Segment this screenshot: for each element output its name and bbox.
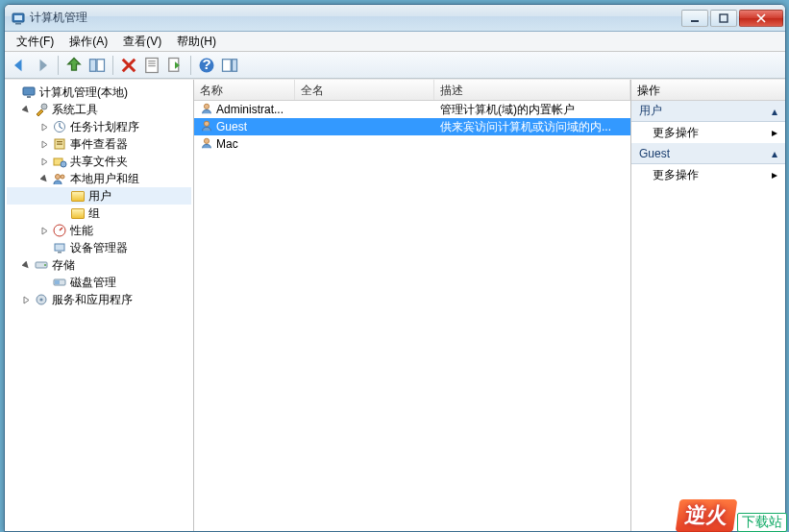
svg-point-37 <box>204 121 209 126</box>
up-button[interactable] <box>63 55 85 76</box>
actions-pane: 操作 用户▴更多操作▸Guest▴更多操作▸ <box>631 80 785 531</box>
list-row[interactable]: Administrat...管理计算机(域)的内置帐户 <box>194 101 630 118</box>
cell-description: 管理计算机(域)的内置帐户 <box>434 102 630 118</box>
show-hide-tree-button[interactable] <box>86 55 108 76</box>
tree-storage[interactable]: 存储 <box>7 256 191 274</box>
tree-label: 组 <box>88 206 100 222</box>
back-button[interactable] <box>9 55 30 76</box>
cell-name: Guest <box>194 119 295 135</box>
svg-point-25 <box>56 175 61 180</box>
main-window: 计算机管理 文件(F) 操作(A) 查看(V) 帮助(H) ? <box>4 4 786 532</box>
actions-item[interactable]: 更多操作▸ <box>631 122 785 143</box>
tree-label: 磁盘管理 <box>70 275 116 291</box>
separator-icon <box>190 56 191 75</box>
expander-icon <box>39 243 50 254</box>
tree-task-scheduler[interactable]: 任务计划程序 <box>7 118 191 135</box>
svg-rect-6 <box>97 59 105 71</box>
minimize-button[interactable] <box>681 10 708 27</box>
svg-rect-3 <box>691 20 699 22</box>
menu-file[interactable]: 文件(F) <box>9 32 62 52</box>
menubar: 文件(F) 操作(A) 查看(V) 帮助(H) <box>5 32 785 52</box>
action-label: 更多操作 <box>653 125 699 141</box>
tree-device-manager[interactable]: 设备管理器 <box>7 239 191 256</box>
expander-closed-icon[interactable] <box>39 139 50 150</box>
svg-rect-9 <box>148 62 156 63</box>
tree-shared-folders[interactable]: 共享文件夹 <box>7 153 191 170</box>
svg-point-24 <box>61 161 66 167</box>
properties-button[interactable] <box>141 55 162 76</box>
user-icon <box>200 136 213 153</box>
collapse-arrow-icon: ▴ <box>772 147 777 160</box>
svg-rect-16 <box>23 87 35 95</box>
tree-users[interactable]: 用户 <box>7 187 191 205</box>
app-icon <box>11 11 26 26</box>
tree-groups[interactable]: 组 <box>7 205 191 222</box>
menu-action[interactable]: 操作(A) <box>62 32 115 52</box>
tree-services-apps[interactable]: 服务和应用程序 <box>7 291 191 308</box>
actions-section-header[interactable]: 用户▴ <box>631 101 785 122</box>
tree-label: 共享文件夹 <box>70 154 128 170</box>
list-rows[interactable]: Administrat...管理计算机(域)的内置帐户Guest供来宾访问计算机… <box>194 101 630 531</box>
expander-open-icon[interactable] <box>21 260 32 271</box>
expander-open-icon[interactable] <box>21 105 32 115</box>
tree-disk-management[interactable]: 磁盘管理 <box>7 274 191 291</box>
svg-rect-8 <box>148 60 156 61</box>
actions-item[interactable]: 更多操作▸ <box>631 164 785 185</box>
titlebar[interactable]: 计算机管理 <box>5 5 785 32</box>
delete-button[interactable] <box>118 55 139 76</box>
computer-icon <box>21 85 37 100</box>
tree-label: 性能 <box>70 223 93 239</box>
tree-event-viewer[interactable]: 事件查看器 <box>7 135 191 153</box>
expander-closed-icon[interactable] <box>21 295 32 305</box>
event-icon <box>52 136 67 152</box>
list-row[interactable]: Mac <box>194 135 630 153</box>
actions-header: 操作 <box>631 80 785 101</box>
svg-rect-15 <box>233 59 237 71</box>
tree-label: 本地用户和组 <box>70 171 139 187</box>
user-name-text: Mac <box>216 137 238 151</box>
svg-rect-2 <box>15 23 21 25</box>
column-name[interactable]: 名称 <box>194 80 295 100</box>
close-button[interactable] <box>739 10 783 27</box>
column-fullname[interactable]: 全名 <box>295 80 434 100</box>
tree-root[interactable]: 计算机管理(本地) <box>7 84 191 101</box>
disk-icon <box>52 275 67 290</box>
tree-label: 系统工具 <box>52 102 98 118</box>
user-icon <box>200 102 213 118</box>
toggle-actions-pane-button[interactable] <box>219 55 240 76</box>
maximize-button[interactable] <box>710 10 737 27</box>
tree-label: 存储 <box>52 257 75 274</box>
menu-view[interactable]: 查看(V) <box>115 32 169 52</box>
window-title: 计算机管理 <box>30 10 87 26</box>
svg-rect-4 <box>720 14 727 22</box>
forward-button[interactable] <box>32 55 53 76</box>
user-name-text: Guest <box>216 120 247 133</box>
list-row[interactable]: Guest供来宾访问计算机或访问域的内... <box>194 118 630 135</box>
svg-rect-17 <box>27 96 31 98</box>
expander-closed-icon[interactable] <box>39 226 50 236</box>
svg-rect-1 <box>14 15 22 20</box>
expander-closed-icon[interactable] <box>39 122 50 133</box>
menu-help[interactable]: 帮助(H) <box>169 32 224 52</box>
tree-local-users-groups[interactable]: 本地用户和组 <box>7 170 191 187</box>
tree-label: 设备管理器 <box>70 240 128 256</box>
cell-name: Administrat... <box>194 102 295 118</box>
expander-open-icon[interactable] <box>39 174 50 184</box>
actions-section-header[interactable]: Guest▴ <box>631 143 785 164</box>
expander-icon[interactable] <box>9 87 19 98</box>
separator-icon <box>58 56 59 75</box>
tree-performance[interactable]: 性能 <box>7 222 191 239</box>
tree-pane[interactable]: 计算机管理(本地) 系统工具 任务计划程序 事件查看器 共享文件夹 <box>5 80 194 531</box>
clock-icon <box>52 119 67 134</box>
tree-system-tools[interactable]: 系统工具 <box>7 101 191 118</box>
svg-text:?: ? <box>202 56 210 72</box>
submenu-arrow-icon: ▸ <box>772 126 777 139</box>
column-description[interactable]: 描述 <box>434 80 630 100</box>
export-button[interactable] <box>164 55 185 76</box>
submenu-arrow-icon: ▸ <box>772 168 777 181</box>
svg-rect-33 <box>55 280 60 284</box>
svg-point-38 <box>204 138 209 143</box>
help-button[interactable]: ? <box>196 55 217 76</box>
cell-name: Mac <box>194 136 295 153</box>
expander-closed-icon[interactable] <box>39 157 50 167</box>
